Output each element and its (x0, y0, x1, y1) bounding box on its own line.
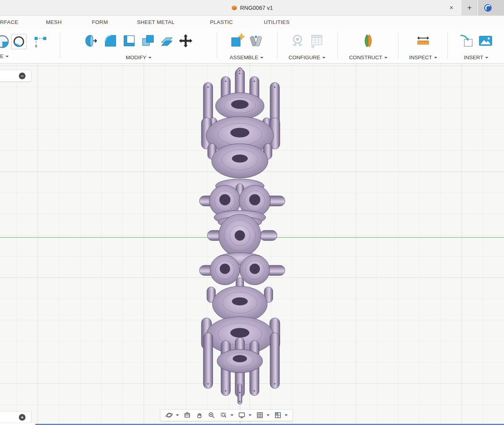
inspect-icons-row (414, 28, 433, 50)
tab-form[interactable]: FORM (92, 16, 108, 28)
model-3d[interactable] (192, 66, 290, 407)
toolbar: E (0, 28, 504, 64)
inspect-menu-label: INSPECT (409, 55, 432, 60)
workspace-tab-bar: RFACE MESH FORM SHEET METAL PLASTIC UTIL… (0, 16, 504, 28)
fillet-icon[interactable] (101, 31, 120, 50)
construct-icons-row (359, 28, 378, 50)
tab-mesh[interactable]: MESH (46, 16, 62, 28)
configuration-table-icon[interactable] (307, 31, 326, 50)
orbit-icon (165, 411, 173, 419)
create-menu-partial-label: E (0, 53, 4, 59)
toolbar-separator (447, 32, 448, 58)
chevron-down-icon (148, 57, 152, 60)
fusion-cube-icon (231, 5, 237, 11)
pan-button[interactable] (194, 410, 205, 420)
assemble-menu-label: ASSEMBLE (230, 55, 258, 60)
tab-sheet-metal[interactable]: SHEET METAL (137, 16, 175, 28)
title-bar: RNG0067 v1 × + (0, 0, 504, 16)
move-copy-icon[interactable] (176, 31, 195, 50)
insert-image-icon[interactable] (476, 31, 495, 50)
close-tab-button[interactable]: × (445, 0, 458, 16)
chevron-down-icon (176, 414, 179, 418)
tab-utilities[interactable]: UTILITIES (264, 16, 290, 28)
look-at-button[interactable] (182, 410, 192, 420)
inspect-menu[interactable]: INSPECT (409, 55, 437, 63)
zoom-window-icon (220, 411, 228, 419)
chevron-down-icon (230, 414, 234, 418)
view-navigation-bar (160, 409, 293, 421)
chevron-down-icon (485, 57, 488, 60)
toolbar-separator (277, 32, 278, 58)
display-settings-icon (238, 411, 246, 419)
chevron-down-icon (434, 57, 437, 60)
toolbar-separator (217, 32, 217, 58)
pan-icon (195, 411, 203, 419)
grid-display-button[interactable] (255, 410, 271, 420)
toolbar-group-inspect: INSPECT (401, 28, 445, 63)
expand-button[interactable]: + (19, 414, 26, 421)
chevron-down-icon (285, 414, 288, 418)
fusion-app-window: RNG0067 v1 × + RFACE MESH FORM SHEET MET… (0, 0, 504, 425)
timeline-expand-panel[interactable]: + (0, 411, 31, 423)
toolbar-group-assemble: ASSEMBLE (221, 28, 272, 63)
job-status-button[interactable] (478, 0, 504, 16)
measure-icon[interactable] (414, 31, 433, 50)
toolbar-separator (60, 32, 60, 58)
timeline-corner (0, 423, 35, 425)
new-component-icon[interactable] (228, 31, 247, 50)
sphere-tool-icon[interactable] (10, 33, 27, 52)
modify-menu-label: MODIFY (126, 55, 146, 60)
create-menu-partial[interactable]: E (0, 53, 9, 62)
chevron-down-icon (267, 414, 270, 418)
chevron-down-icon (5, 56, 9, 59)
construct-menu-label: CONSTRUCT (349, 55, 382, 60)
shell-icon[interactable] (120, 31, 139, 50)
orbit-button[interactable] (164, 410, 180, 420)
insert-menu-label: INSERT (464, 55, 483, 60)
viewport-canvas[interactable]: − + (0, 64, 504, 425)
modify-menu[interactable]: MODIFY (126, 55, 152, 63)
assemble-icons-row (228, 28, 265, 50)
look-at-icon (183, 411, 191, 419)
chevron-down-icon (260, 57, 263, 60)
insert-menu[interactable]: INSERT (464, 55, 488, 63)
construct-menu[interactable]: CONSTRUCT (349, 55, 387, 63)
viewports-icon (274, 411, 282, 419)
toolbar-group-insert: INSERT (451, 28, 501, 63)
toolbar-group-construct: CONSTRUCT (345, 28, 391, 63)
tab-plastic[interactable]: PLASTIC (210, 16, 233, 28)
toolbar-group-configure: CONFIGURE (281, 28, 333, 63)
combine-icon[interactable] (139, 31, 157, 50)
document-title: RNG0067 v1 (240, 5, 273, 11)
zoom-button[interactable] (206, 410, 217, 420)
new-tab-button[interactable]: + (462, 0, 477, 16)
display-settings-button[interactable] (237, 410, 253, 420)
zoom-icon (208, 411, 215, 419)
viewports-button[interactable] (273, 410, 289, 420)
configure-menu[interactable]: CONFIGURE (289, 55, 325, 63)
assemble-menu[interactable]: ASSEMBLE (230, 55, 263, 63)
insert-icons-row (457, 28, 495, 50)
chevron-down-icon (384, 57, 387, 60)
grid-icon (256, 411, 264, 419)
toolbar-separator (398, 32, 398, 58)
press-pull-icon[interactable] (82, 31, 101, 50)
sketch-constraint-icon[interactable] (33, 33, 50, 52)
insert-derive-icon[interactable] (457, 31, 476, 50)
browser-collapse-panel[interactable]: − (0, 70, 31, 82)
partial-tool-icon[interactable] (0, 33, 11, 52)
configuration-icon[interactable] (288, 31, 307, 50)
modify-icons-row (82, 28, 195, 50)
configure-icons-row (288, 28, 326, 50)
tab-surface-partial[interactable]: RFACE (0, 16, 18, 28)
joint-icon[interactable] (247, 31, 265, 50)
document-tab[interactable]: RNG0067 v1 (231, 0, 273, 16)
chevron-down-icon (248, 414, 252, 418)
construction-plane-icon[interactable] (359, 31, 378, 50)
zoom-window-button[interactable] (219, 410, 235, 420)
split-body-icon[interactable] (157, 31, 176, 50)
collapse-button[interactable]: − (19, 73, 26, 79)
configure-menu-label: CONFIGURE (289, 55, 320, 60)
chevron-down-icon (322, 57, 325, 60)
toolbar-group-modify: MODIFY (64, 28, 214, 63)
